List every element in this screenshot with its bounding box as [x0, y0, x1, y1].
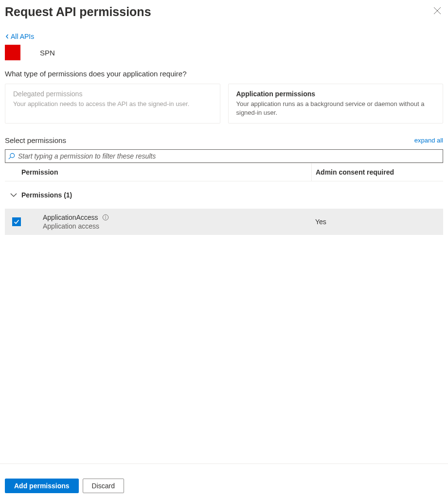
checkmark-icon [13, 218, 20, 225]
api-app-icon [5, 45, 20, 60]
close-button[interactable] [431, 5, 443, 17]
info-icon[interactable] [102, 214, 109, 221]
expand-all-link[interactable]: expand all [414, 137, 443, 144]
api-name: SPN [40, 49, 55, 57]
close-icon [433, 7, 441, 15]
admin-consent-value: Yes [311, 218, 443, 226]
permission-search-input[interactable] [18, 152, 440, 160]
delegated-permissions-title: Delegated permissions [13, 90, 212, 98]
discard-button[interactable]: Discard [83, 479, 124, 493]
page-title: Request API permissions [5, 5, 151, 19]
svg-point-2 [105, 216, 106, 216]
chevron-down-icon [10, 191, 18, 199]
application-permissions-card[interactable]: Application permissions Your application… [228, 84, 444, 124]
chevron-left-icon [5, 34, 10, 39]
delegated-permissions-desc: Your application needs to access the API… [13, 100, 212, 108]
back-all-apis-link[interactable]: All APIs [5, 33, 443, 40]
permission-type-question: What type of permissions does your appli… [5, 70, 443, 78]
back-link-label: All APIs [11, 33, 34, 40]
svg-point-0 [10, 154, 15, 158]
permission-name: ApplicationAccess [43, 213, 98, 221]
table-header-permission: Permission [5, 168, 311, 176]
application-permissions-desc: Your application runs as a background se… [236, 100, 435, 117]
permission-description: Application access [43, 222, 311, 230]
search-icon [8, 153, 15, 160]
select-permissions-title: Select permissions [5, 136, 66, 144]
permissions-group-row[interactable]: Permissions (1) [5, 181, 443, 209]
add-permissions-button[interactable]: Add permissions [5, 479, 79, 493]
application-permissions-title: Application permissions [236, 90, 435, 98]
delegated-permissions-card: Delegated permissions Your application n… [5, 84, 220, 124]
permission-search-box[interactable] [5, 149, 443, 163]
table-row: ApplicationAccess Application access Yes [5, 209, 443, 235]
permissions-group-label: Permissions (1) [21, 191, 72, 199]
table-header-consent: Admin consent required [311, 163, 443, 181]
permission-checkbox[interactable] [12, 217, 21, 226]
